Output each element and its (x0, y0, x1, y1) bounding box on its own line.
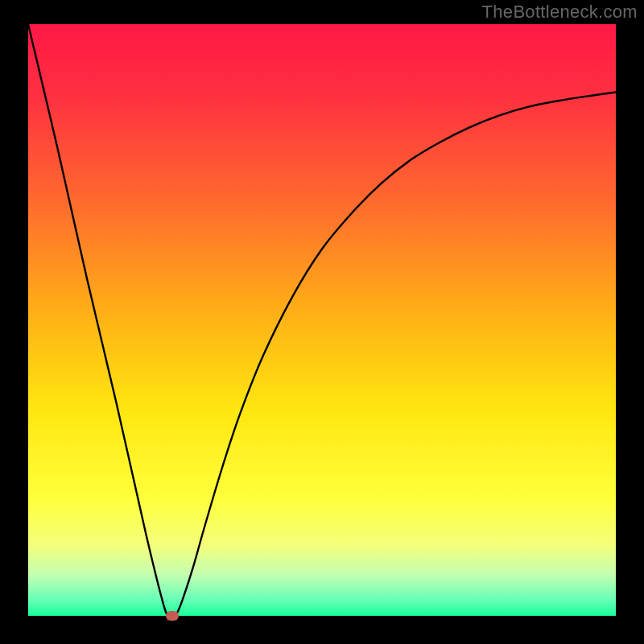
minimum-marker (166, 611, 179, 621)
bottleneck-curve (28, 24, 616, 616)
plot-area (28, 24, 616, 616)
watermark-text: TheBottleneck.com (482, 2, 638, 23)
chart-frame: TheBottleneck.com (0, 0, 644, 644)
